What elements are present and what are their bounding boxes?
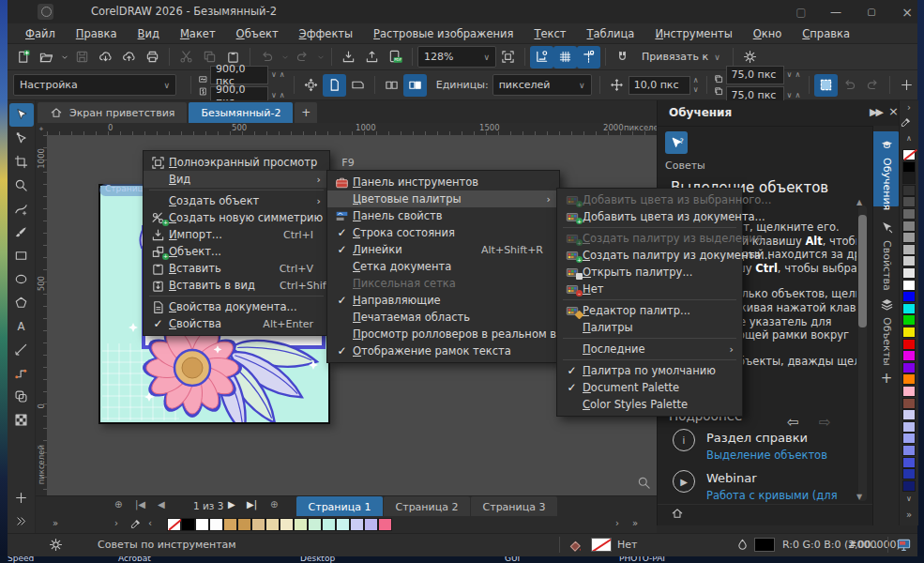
color-swatch[interactable] [902, 161, 916, 173]
menu-item[interactable]: ✓Отображение рамок текста [327, 342, 559, 359]
connector-tool-icon[interactable] [9, 361, 34, 385]
doc-color-swatch[interactable] [223, 518, 237, 531]
portrait-button[interactable] [323, 74, 346, 97]
scrollbar-thumb[interactable] [858, 215, 867, 327]
import-icon[interactable] [337, 46, 360, 68]
spin-down-icon[interactable]: ∨ [693, 86, 699, 94]
menu-item[interactable]: Создать объект› [144, 192, 329, 209]
proof-colors-icon[interactable] [897, 538, 911, 552]
pattern-tool-icon[interactable] [9, 408, 34, 432]
palette-expand-icon[interactable]: › [900, 102, 918, 113]
menu-item[interactable]: ✓ЛинейкиAlt+Shift+R [327, 241, 559, 258]
menubar-item[interactable]: Справка [792, 27, 860, 40]
color-swatch[interactable] [902, 173, 916, 184]
menubar-item[interactable]: Окно [743, 27, 793, 40]
docpalette-next-icon[interactable]: ‹ [148, 518, 152, 528]
menubar-item[interactable]: Файл [15, 27, 66, 40]
no-color-swatch[interactable] [902, 149, 916, 160]
palette-more-icon[interactable]: » [900, 510, 918, 520]
page-tab[interactable]: Страница 1 [296, 496, 383, 517]
color-swatch[interactable] [902, 196, 916, 207]
doc-color-swatch[interactable] [294, 518, 308, 531]
color-swatch[interactable] [902, 468, 916, 479]
export-icon[interactable] [360, 46, 384, 68]
snap-to-button[interactable]: Привязать к ∨ [634, 47, 728, 68]
docpalette-prev-icon[interactable]: › [114, 518, 118, 528]
panel-scrollbar[interactable] [858, 205, 867, 501]
menu-item[interactable]: Сетка документа [327, 258, 559, 275]
window-layout-icon[interactable]: ▢ [785, 0, 817, 23]
menubar-item[interactable]: Вид [128, 27, 170, 40]
doc-color-swatch[interactable] [322, 518, 336, 531]
doc-color-swatch[interactable] [209, 518, 223, 531]
menu-item[interactable]: ✓Строка состояния [327, 224, 559, 241]
grid-toggle-icon[interactable] [553, 46, 577, 68]
pick-tool-icon[interactable] [9, 103, 34, 127]
color-swatch[interactable] [902, 255, 916, 266]
spin-up-icon[interactable]: ∧ [280, 92, 285, 99]
doc-color-swatch[interactable] [364, 518, 378, 531]
fill-color-swatch[interactable] [591, 538, 612, 552]
color-swatch[interactable] [902, 314, 916, 326]
color-swatch[interactable] [902, 409, 916, 420]
all-pages-button[interactable] [380, 74, 403, 97]
menu-item[interactable]: +Добавить цвета из документа... [557, 208, 742, 225]
polygon-tool-icon[interactable] [9, 291, 34, 314]
webinar-link[interactable]: Работа с кривыми (для [706, 489, 838, 502]
menu-item[interactable]: Печатаемая область [327, 309, 559, 326]
add-tool-button[interactable] [9, 486, 34, 510]
first-page-icon[interactable]: |◀ [135, 499, 145, 510]
color-swatch[interactable] [902, 350, 916, 361]
zoom-level-select[interactable]: 128% ∨ [417, 46, 496, 68]
menu-item[interactable]: Редактор палитр... [557, 302, 742, 319]
menubar-item[interactable]: Таблица [577, 27, 645, 40]
color-swatch[interactable] [902, 362, 916, 373]
preview-borders-icon[interactable] [496, 46, 520, 68]
menu-item[interactable]: ✓Палитра по умолчанию [557, 362, 742, 379]
curve-tool-icon[interactable] [9, 197, 34, 221]
nudge-input[interactable]: 10,0 пкс [629, 76, 690, 95]
ellipse-tool-icon[interactable] [9, 267, 34, 291]
color-swatch[interactable] [902, 185, 916, 196]
color-swatch[interactable] [902, 232, 916, 243]
preset-select[interactable]: Настройка ∨ [13, 74, 176, 96]
new-document-icon[interactable] [11, 46, 35, 68]
menu-item[interactable]: ✓Document Palette [557, 379, 742, 396]
color-swatch[interactable] [902, 208, 916, 220]
menubar-item[interactable]: Растровые изображения [363, 27, 523, 40]
menu-item[interactable]: Цветовые палитры› [327, 190, 559, 207]
add-docker-button[interactable]: + [873, 368, 900, 388]
menu-item[interactable]: +Создать новую симметриюAlt+S [144, 209, 329, 226]
prev-page-icon[interactable]: ◀ [158, 499, 165, 510]
add-page-end-icon[interactable]: ⊕ [270, 499, 278, 510]
docker-tab-обучения[interactable]: Обучения [873, 131, 900, 206]
close-docker-icon[interactable]: × [888, 104, 899, 118]
print-icon[interactable] [141, 46, 164, 68]
spin-down-icon[interactable]: ∨ [271, 92, 277, 99]
page-width-input[interactable]: 900,0 пкс [210, 66, 268, 84]
doc-color-swatch[interactable] [181, 518, 195, 531]
close-button[interactable]: × [891, 0, 923, 23]
canvas-zoom-icon[interactable] [637, 476, 651, 490]
rectangle-tool-icon[interactable] [9, 244, 34, 267]
palette-scroll-up-icon[interactable]: ∧ [900, 134, 918, 143]
last-page-icon[interactable]: ▶| [247, 499, 257, 510]
menu-item[interactable]: Полноэкранный просмотрF9 [144, 154, 329, 171]
color-swatch[interactable] [902, 445, 916, 456]
menu-item[interactable]: Color Styles Palette [557, 396, 742, 413]
color-swatch[interactable] [902, 221, 916, 232]
outline-color-swatch[interactable] [754, 538, 775, 552]
palette-scroll-down-icon[interactable]: ∨ [900, 495, 918, 503]
add-control-button[interactable] [895, 74, 918, 97]
text-tool-icon[interactable]: A [9, 314, 34, 338]
menubar-item[interactable]: Макет [170, 27, 226, 40]
brush-tool-icon[interactable] [9, 221, 34, 244]
menu-item[interactable]: Просмотр ролловеров в реальном времени [327, 326, 559, 342]
minimize-button[interactable]: — [820, 0, 852, 23]
home-icon[interactable] [671, 507, 684, 520]
color-swatch[interactable] [902, 480, 916, 492]
color-swatch[interactable] [902, 386, 916, 397]
eyedropper-icon[interactable] [900, 116, 918, 129]
menu-item[interactable]: ✓СвойстваAlt+Enter [144, 315, 329, 332]
color-swatch[interactable] [902, 457, 916, 468]
